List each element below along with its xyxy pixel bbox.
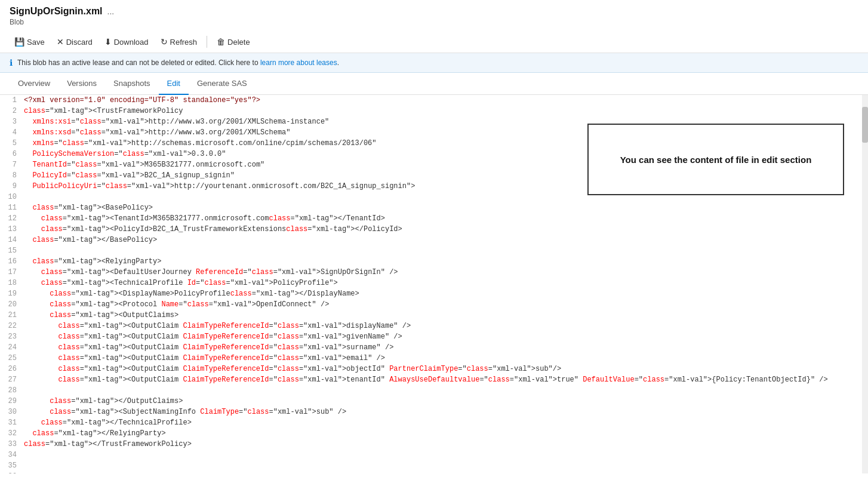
- code-line: 23 class="xml-tag"><OutputClaim ClaimTyp…: [0, 331, 868, 342]
- save-icon: 💾: [14, 37, 24, 47]
- line-number: 8: [0, 170, 24, 181]
- line-number: 13: [0, 224, 24, 235]
- line-content: class="xml-tag"></RelyingParty>: [24, 428, 868, 439]
- line-content: class="xml-tag"><TrustFrameworkPolicy: [24, 106, 868, 116]
- tab-overview[interactable]: Overview: [10, 73, 59, 95]
- line-content: [24, 471, 868, 473]
- line-number: 36: [0, 471, 24, 473]
- line-number: 27: [0, 374, 24, 385]
- scrollbar-thumb[interactable]: [862, 107, 868, 143]
- line-content: class="xml-tag"><OutputClaim ClaimTypeRe…: [24, 331, 868, 342]
- code-line: 25 class="xml-tag"><OutputClaim ClaimTyp…: [0, 353, 868, 364]
- tab-edit[interactable]: Edit: [159, 73, 189, 95]
- code-line: 17 class="xml-tag"><DefaultUserJourney R…: [0, 267, 868, 278]
- code-line: 26 class="xml-tag"><OutputClaim ClaimTyp…: [0, 364, 868, 374]
- code-line: 13 class="xml-tag"><PolicyId>B2C_1A_Trus…: [0, 224, 868, 235]
- line-number: 28: [0, 385, 24, 396]
- tab-bar: Overview Versions Snapshots Edit Generat…: [0, 73, 868, 95]
- line-number: 24: [0, 342, 24, 353]
- line-content: class="xml-tag"><OutputClaim ClaimTypeRe…: [24, 342, 868, 353]
- line-number: 10: [0, 192, 24, 202]
- code-line: 28: [0, 385, 868, 396]
- save-button[interactable]: 💾 Save: [10, 35, 50, 49]
- code-line: 1<?xml version="1.0" encoding="UTF-8" st…: [0, 95, 868, 106]
- line-content: class="xml-tag"><SubjectNamingInfo Claim…: [24, 407, 868, 417]
- line-content: class="xml-tag"></TrustFrameworkPolicy>: [24, 439, 868, 450]
- lease-link[interactable]: learn more about leases: [260, 59, 337, 67]
- code-line: 36: [0, 471, 868, 473]
- code-line: 24 class="xml-tag"><OutputClaim ClaimTyp…: [0, 342, 868, 353]
- line-content: class="xml-tag"><OutputClaim ClaimTypeRe…: [24, 321, 868, 331]
- toolbar-separator: [207, 36, 207, 48]
- line-number: 17: [0, 267, 24, 278]
- line-number: 34: [0, 450, 24, 460]
- annotation-box: You can see the content of file in edit …: [587, 124, 844, 195]
- code-line: 32 class="xml-tag"></RelyingParty>: [0, 428, 868, 439]
- line-content: class="xml-tag"></TechnicalProfile>: [24, 417, 868, 428]
- line-number: 1: [0, 95, 24, 106]
- tab-generate-sas[interactable]: Generate SAS: [189, 73, 256, 95]
- code-line: 30 class="xml-tag"><SubjectNamingInfo Cl…: [0, 407, 868, 417]
- download-icon: ⬇: [104, 37, 112, 47]
- line-number: 19: [0, 288, 24, 299]
- line-number: 18: [0, 278, 24, 288]
- code-line: 2class="xml-tag"><TrustFrameworkPolicy: [0, 106, 868, 116]
- info-icon: ℹ: [10, 58, 13, 67]
- line-content: [24, 385, 868, 396]
- line-content: class="xml-tag"></BasePolicy>: [24, 235, 868, 245]
- code-line: 34: [0, 450, 868, 460]
- scrollbar-track[interactable]: [862, 95, 868, 473]
- refresh-button[interactable]: ↻ Refresh: [156, 35, 202, 49]
- line-number: 12: [0, 213, 24, 224]
- line-content: [24, 245, 868, 256]
- more-options-icon[interactable]: ...: [107, 7, 115, 16]
- line-number: 21: [0, 310, 24, 321]
- line-content: class="xml-tag"><TenantId>M365B321777.on…: [24, 213, 868, 224]
- banner-text: This blob has an active lease and can no…: [17, 59, 339, 67]
- line-content: class="xml-tag"><TechnicalProfile Id="cl…: [24, 278, 868, 288]
- code-line: 16 class="xml-tag"><RelyingParty>: [0, 256, 868, 267]
- line-number: 32: [0, 428, 24, 439]
- line-number: 5: [0, 138, 24, 149]
- tab-snapshots[interactable]: Snapshots: [105, 73, 158, 95]
- line-content: class="xml-tag"></OutputClaims>: [24, 396, 868, 407]
- page-title: SignUpOrSignin.xml: [10, 6, 103, 17]
- line-number: 31: [0, 417, 24, 428]
- discard-button[interactable]: ✕ Discard: [52, 35, 97, 49]
- code-line: 12 class="xml-tag"><TenantId>M365B321777…: [0, 213, 868, 224]
- code-line: 29 class="xml-tag"></OutputClaims>: [0, 396, 868, 407]
- line-content: class="xml-tag"><BasePolicy>: [24, 202, 868, 213]
- line-number: 4: [0, 127, 24, 138]
- code-line: 21 class="xml-tag"><OutputClaims>: [0, 310, 868, 321]
- line-number: 35: [0, 460, 24, 471]
- line-content: class="xml-tag"><DisplayName>PolicyProfi…: [24, 288, 868, 299]
- line-number: 6: [0, 149, 24, 159]
- line-number: 3: [0, 116, 24, 127]
- toolbar: 💾 Save ✕ Discard ⬇ Download ↻ Refresh 🗑 …: [0, 31, 868, 53]
- line-content: class="xml-tag"><OutputClaim ClaimTypeRe…: [24, 353, 868, 364]
- line-content: [24, 460, 868, 471]
- line-content: class="xml-tag"><Protocol Name="class="x…: [24, 299, 868, 310]
- code-line: 18 class="xml-tag"><TechnicalProfile Id=…: [0, 278, 868, 288]
- line-number: 30: [0, 407, 24, 417]
- line-content: <?xml version="1.0" encoding="UTF-8" sta…: [24, 95, 868, 106]
- download-button[interactable]: ⬇ Download: [100, 35, 153, 49]
- code-line: 20 class="xml-tag"><Protocol Name="class…: [0, 299, 868, 310]
- line-number: 25: [0, 353, 24, 364]
- line-content: class="xml-tag"><PolicyId>B2C_1A_TrustFr…: [24, 224, 868, 235]
- page-subtitle: Blob: [0, 18, 868, 31]
- content-area: 1<?xml version="1.0" encoding="UTF-8" st…: [0, 95, 868, 473]
- line-content: class="xml-tag"><OutputClaim ClaimTypeRe…: [24, 364, 868, 374]
- info-banner: ℹ This blob has an active lease and can …: [0, 53, 868, 73]
- tab-versions[interactable]: Versions: [59, 73, 105, 95]
- discard-icon: ✕: [57, 37, 64, 47]
- line-number: 16: [0, 256, 24, 267]
- line-number: 14: [0, 235, 24, 245]
- line-content: class="xml-tag"><DefaultUserJourney Refe…: [24, 267, 868, 278]
- delete-button[interactable]: 🗑 Delete: [212, 35, 255, 49]
- line-number: 15: [0, 245, 24, 256]
- line-content: class="xml-tag"><RelyingParty>: [24, 256, 868, 267]
- line-content: [24, 450, 868, 460]
- line-number: 22: [0, 321, 24, 331]
- refresh-icon: ↻: [161, 37, 168, 47]
